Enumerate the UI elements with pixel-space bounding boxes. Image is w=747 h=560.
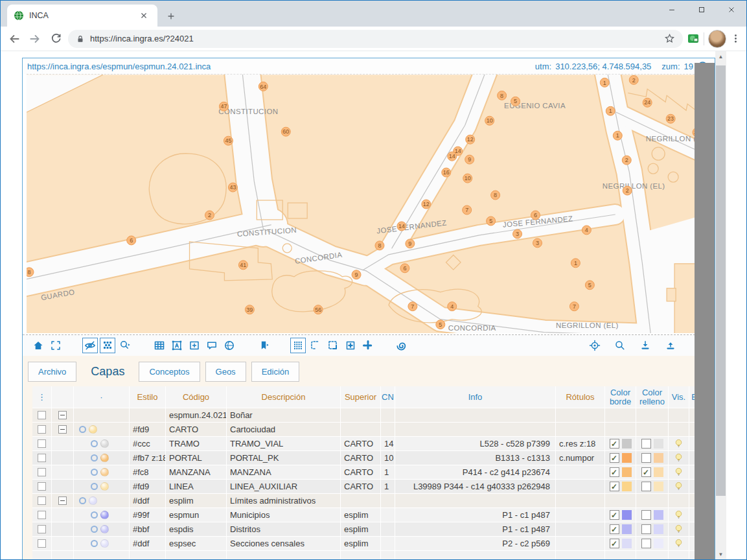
table-row[interactable]: #bbfespdisDistritosesplimP1 - c1 p487✓ (32, 522, 708, 537)
locate-target-icon[interactable] (587, 338, 603, 353)
portal-number-marker[interactable]: 12 (422, 200, 431, 209)
portal-number-marker[interactable]: 24 (643, 98, 652, 107)
portal-number-marker[interactable]: 1 (606, 106, 615, 115)
layer-color-ball[interactable] (89, 425, 97, 434)
visibility-bulb-icon[interactable] (674, 439, 683, 449)
portal-number-marker[interactable]: 1 (613, 131, 622, 140)
portal-number-marker[interactable]: 7 (569, 302, 579, 311)
collapse-icon[interactable] (58, 496, 67, 505)
border-color-checkbox[interactable]: ✓ (610, 439, 619, 449)
forward-icon[interactable] (27, 30, 43, 47)
row-checkbox[interactable] (38, 539, 46, 548)
portal-number-marker[interactable]: 9 (465, 155, 474, 164)
fill-color-checkbox[interactable] (641, 439, 651, 449)
border-color-swatch[interactable] (622, 439, 632, 449)
fullscreen-icon[interactable] (48, 338, 63, 353)
column-header[interactable]: Superior (341, 386, 381, 408)
tab-archivo[interactable]: Archivo (28, 362, 76, 382)
portal-number-marker[interactable]: 2 (622, 156, 631, 165)
new-tab-button[interactable] (164, 9, 178, 23)
column-header[interactable]: Descripción (227, 386, 341, 408)
table-row[interactable]: #fc8MANZANAMANZANACARTO1P414 - c2 g414 p… (32, 465, 708, 480)
portal-number-marker[interactable]: 3 (513, 229, 522, 239)
column-header[interactable]: Rótulos (556, 386, 605, 408)
portal-number-marker[interactable]: 3 (533, 239, 542, 248)
portal-number-marker[interactable]: 41 (238, 261, 247, 270)
row-checkbox[interactable] (38, 496, 46, 505)
row-checkbox[interactable] (38, 425, 46, 434)
portal-number-marker[interactable]: 14 (397, 222, 406, 231)
portal-number-marker[interactable]: 8 (491, 191, 500, 200)
table-row[interactable]: #fd9CARTOCartociudad (32, 423, 708, 437)
fill-color-checkbox[interactable] (641, 510, 651, 520)
scroll-down-icon[interactable]: ▼ (715, 549, 726, 559)
layer-radio[interactable] (91, 483, 98, 490)
border-color-checkbox[interactable]: ✓ (610, 539, 619, 548)
portal-number-marker[interactable]: 56 (314, 305, 323, 314)
border-color-checkbox[interactable]: ✓ (610, 453, 619, 463)
collapse-icon[interactable] (58, 411, 67, 419)
fill-color-swatch[interactable] (654, 453, 663, 463)
inner-scrollbar[interactable] (695, 63, 715, 559)
fill-color-swatch[interactable] (654, 482, 663, 491)
tab-close-icon[interactable] (137, 8, 151, 23)
selection-crop-icon[interactable] (325, 338, 341, 353)
layer-radio[interactable] (79, 426, 86, 433)
label-frame-icon[interactable] (169, 338, 185, 353)
portal-number-marker[interactable]: 47 (219, 102, 228, 111)
portal-number-marker[interactable]: 43 (228, 183, 237, 192)
fill-color-swatch[interactable] (654, 524, 663, 534)
portal-number-marker[interactable]: 12 (466, 135, 475, 144)
layer-radio[interactable] (91, 526, 98, 533)
portal-number-marker[interactable]: 60 (281, 127, 290, 136)
portal-number-marker[interactable]: 9 (406, 239, 415, 248)
border-color-checkbox[interactable]: ✓ (610, 482, 619, 491)
column-header[interactable]: · (74, 386, 130, 408)
fill-color-swatch[interactable] (654, 439, 663, 449)
browser-tab[interactable]: INCA (7, 5, 157, 27)
visibility-bulb-icon[interactable] (674, 524, 683, 534)
pixel-grid-icon[interactable] (100, 338, 115, 353)
layer-color-ball[interactable] (100, 468, 109, 476)
table-row[interactable]: #99fespmunMunicipiosesplimP1 - c1 p487✓ (32, 508, 708, 522)
border-color-swatch[interactable] (622, 467, 632, 477)
fill-color-checkbox[interactable] (641, 453, 651, 463)
reload-icon[interactable] (47, 30, 64, 47)
spiral-icon[interactable] (395, 338, 410, 353)
portal-number-marker[interactable]: 8 (375, 241, 384, 250)
column-header[interactable]: ⋮ (32, 386, 52, 408)
scroll-up-icon[interactable]: ▲ (715, 51, 726, 62)
portal-number-marker[interactable]: 14 (448, 152, 457, 161)
tab-geos[interactable]: Geos (205, 362, 246, 382)
fill-color-checkbox[interactable] (641, 539, 651, 548)
grid-table-icon[interactable] (152, 338, 167, 353)
row-checkbox[interactable] (38, 454, 46, 462)
selection-cross-icon[interactable] (360, 338, 376, 353)
globe-icon[interactable] (222, 338, 237, 353)
url-bar[interactable]: https://inca.ingra.es/?24021 (68, 30, 683, 48)
table-row[interactable]: #fd9LINEALINEA_AUXILIARCARTO1L39989 P344… (32, 480, 708, 494)
extension-icon[interactable] (687, 32, 700, 45)
visibility-bulb-icon[interactable] (674, 510, 683, 520)
row-checkbox[interactable] (38, 411, 46, 419)
border-color-checkbox[interactable]: ✓ (610, 467, 619, 477)
layer-color-ball[interactable] (100, 511, 109, 519)
column-header[interactable]: Info (395, 386, 556, 408)
hide-layers-icon[interactable] (82, 338, 98, 353)
layer-radio[interactable] (91, 511, 98, 519)
portal-number-marker[interactable]: 5 (511, 97, 520, 106)
user-avatar[interactable] (708, 30, 726, 48)
row-checkbox[interactable] (38, 482, 46, 491)
layer-color-ball[interactable] (100, 539, 109, 548)
bookmark-menu-icon[interactable] (256, 338, 271, 353)
portal-number-marker[interactable]: 7 (408, 302, 417, 311)
portal-number-marker[interactable]: 5 (487, 216, 496, 226)
row-checkbox[interactable] (38, 525, 46, 533)
portal-number-marker[interactable]: 10 (463, 174, 472, 183)
layer-radio[interactable] (91, 454, 98, 461)
tab-capas[interactable]: Capas (82, 365, 133, 379)
layer-color-ball[interactable] (89, 496, 97, 505)
portal-number-marker[interactable]: 2 (623, 186, 632, 195)
download-icon[interactable] (638, 338, 653, 353)
table-row[interactable]: #ddfespsecSecciones censalesesplimP2 - c… (32, 537, 708, 551)
